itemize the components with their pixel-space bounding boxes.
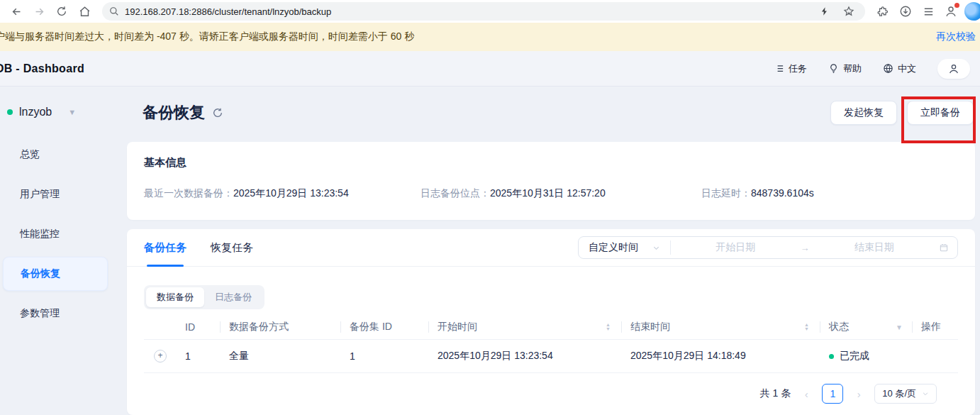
initiate-restore-button[interactable]: 发起恢复	[830, 101, 897, 125]
expand-row-button[interactable]: +	[154, 350, 167, 363]
address-bar[interactable]: 192.168.207.18:2886/cluster/tenant/lnzyo…	[102, 2, 865, 21]
header-language[interactable]: 中文	[883, 62, 916, 75]
tab-restore-tasks[interactable]: 恢复任务	[211, 229, 253, 267]
tasks-tab-bar: 备份任务 恢复任务 自定义时间 开始日期 → 结束日期	[127, 229, 975, 267]
log-delay-label: 日志延时：	[701, 187, 751, 200]
sort-icon[interactable]: ▲▼	[606, 323, 611, 331]
col-action: 操作	[913, 315, 958, 339]
page-size-select[interactable]: 10 条/页	[874, 384, 937, 404]
calendar-icon	[939, 243, 949, 253]
refresh-icon[interactable]	[212, 107, 223, 118]
browser-avatar[interactable]	[964, 2, 980, 21]
range-arrow-icon: →	[801, 243, 810, 253]
app-logo: OB - Dashboard	[0, 62, 84, 75]
warning-text: 户端与服务器时间差过大，时间差为 -407 秒。请矫正客户端或服务器时间，时间差…	[0, 31, 414, 43]
user-icon	[948, 63, 959, 74]
table-header-row: ID 数据备份方式 备份集 ID 开始时间 ▲▼ 结束时间 ▲▼ 状态	[144, 315, 958, 340]
cell-backup-set-id: 1	[341, 340, 429, 372]
cell-id: 1	[177, 340, 221, 372]
back-icon[interactable]	[7, 2, 26, 21]
tab-backup-tasks[interactable]: 备份任务	[144, 229, 186, 267]
header-help-label: 帮助	[843, 62, 862, 75]
recheck-link[interactable]: 再次校验	[936, 31, 976, 43]
header-language-label: 中文	[898, 62, 916, 75]
tenant-selector[interactable]: lnzyob ▼	[0, 99, 111, 125]
backup-table: ID 数据备份方式 备份集 ID 开始时间 ▲▼ 结束时间 ▲▼ 状态	[144, 315, 958, 373]
next-page-icon[interactable]: ›	[850, 388, 867, 400]
bookmark-star-icon[interactable]	[840, 2, 858, 21]
tasks-card: 备份任务 恢复任务 自定义时间 开始日期 → 结束日期	[127, 229, 975, 415]
page-title: 备份恢复	[143, 102, 205, 123]
user-avatar-button[interactable]	[937, 59, 970, 79]
header-help[interactable]: 帮助	[828, 62, 862, 75]
col-backup-set-id: 备份集 ID	[341, 315, 429, 339]
home-icon[interactable]	[75, 2, 94, 21]
basic-info-title: 基本信息	[144, 156, 958, 170]
lightning-icon[interactable]	[815, 2, 834, 21]
tenant-status-dot	[7, 109, 13, 115]
log-delay-value: 848739.6104s	[751, 187, 814, 200]
col-end-time: 结束时间 ▲▼	[622, 315, 820, 339]
cell-end-time: 2025年10月29日 14:18:49	[622, 340, 820, 372]
time-preset-select[interactable]: 自定义时间	[579, 241, 670, 254]
url-text[interactable]: 192.168.207.18:2886/cluster/tenant/lnzyo…	[125, 6, 810, 17]
date-range-inputs[interactable]: 开始日期 → 结束日期	[671, 241, 957, 254]
segment-data-backup[interactable]: 数据备份	[146, 287, 204, 307]
col-start-time-label: 开始时间	[438, 321, 477, 333]
col-backup-method: 数据备份方式	[221, 315, 341, 339]
extensions-icon[interactable]	[874, 2, 892, 21]
sidebar-item-overview[interactable]: 总览	[0, 135, 111, 175]
pagination-total: 共 1 条	[760, 387, 791, 400]
search-icon	[109, 6, 119, 16]
sidebar-item-user-management[interactable]: 用户管理	[0, 175, 111, 214]
page-size-value: 10 条/页	[882, 387, 916, 400]
sidebar-item-parameter-management[interactable]: 参数管理	[0, 294, 111, 333]
header-tasks[interactable]: 任务	[774, 62, 807, 75]
page-header: 备份恢复 发起恢复 立即备份	[127, 87, 975, 138]
download-icon[interactable]	[896, 2, 915, 21]
segment-log-backup[interactable]: 日志备份	[204, 287, 262, 307]
browser-toolbar: 192.168.207.18:2886/cluster/tenant/lnzyo…	[0, 0, 980, 23]
task-list-icon	[774, 63, 784, 74]
sort-icon[interactable]: ▲▼	[804, 323, 809, 331]
backup-type-segmented: 数据备份 日志备份	[144, 285, 265, 309]
prev-page-icon[interactable]: ‹	[798, 388, 815, 400]
backup-now-button[interactable]: 立即备份	[907, 101, 974, 125]
main-content: 备份恢复 发起恢复 立即备份 基本信息 最近一次数据备份： 2025年10月29…	[111, 87, 980, 415]
sidebar-nav: 总览 用户管理 性能监控 备份恢复 参数管理	[0, 135, 111, 333]
browser-profile-icon[interactable]	[942, 2, 960, 21]
chevron-down-icon	[652, 244, 660, 252]
lightbulb-icon	[828, 63, 839, 74]
cell-start-time: 2025年10月29日 13:23:54	[429, 340, 622, 372]
page-number-button[interactable]: 1	[822, 384, 843, 404]
last-data-backup-field: 最近一次数据备份： 2025年10月29日 13:23:54	[144, 187, 421, 200]
sidebar-item-performance-monitoring[interactable]: 性能监控	[0, 214, 111, 254]
clock-skew-warning-bar: 户端与服务器时间差过大，时间差为 -407 秒。请矫正客户端或服务器时间，时间差…	[0, 23, 980, 51]
log-backup-position-value: 2025年10月31日 12:57:20	[490, 187, 606, 200]
basic-info-card: 基本信息 最近一次数据备份： 2025年10月29日 13:23:54 日志备份…	[127, 142, 975, 220]
reload-icon[interactable]	[52, 2, 71, 21]
sidebar-item-backup-restore[interactable]: 备份恢复	[3, 257, 108, 291]
chevron-down-icon	[922, 390, 929, 397]
col-status-label: 状态	[829, 321, 849, 333]
col-end-time-label: 结束时间	[630, 321, 670, 333]
cell-action	[913, 340, 958, 372]
time-preset-value: 自定义时间	[589, 241, 638, 254]
forward-icon[interactable]	[30, 2, 48, 21]
profile-notification-dot	[954, 3, 959, 8]
time-range-picker: 自定义时间 开始日期 → 结束日期	[578, 236, 958, 259]
status-text: 已完成	[840, 350, 869, 363]
start-date-input[interactable]: 开始日期	[671, 241, 801, 254]
menu-icon[interactable]	[919, 2, 937, 21]
log-backup-position-field: 日志备份位点： 2025年10月31日 12:57:20	[421, 187, 701, 200]
status-badge: 已完成	[829, 350, 869, 363]
cell-backup-method: 全量	[221, 340, 341, 372]
status-dot-icon	[829, 354, 834, 359]
col-start-time: 开始时间 ▲▼	[429, 315, 622, 339]
col-status: 状态 ▼	[820, 315, 913, 339]
end-date-input[interactable]: 结束日期	[810, 241, 940, 254]
pagination: 共 1 条 ‹ 1 › 10 条/页	[144, 384, 958, 404]
filter-icon[interactable]: ▼	[896, 323, 903, 331]
tenant-name: lnzyob	[19, 106, 52, 118]
chevron-down-icon: ▼	[68, 108, 76, 116]
